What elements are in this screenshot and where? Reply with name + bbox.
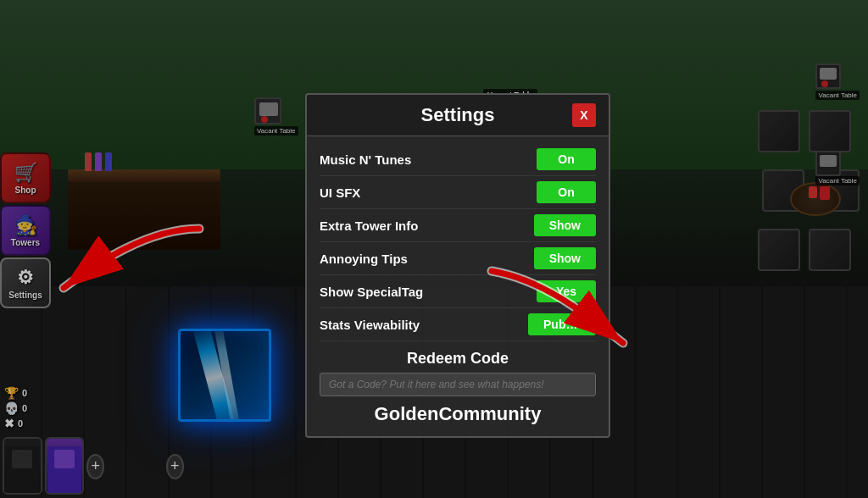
setting-label-tips: Annoying Tips bbox=[320, 252, 408, 266]
setting-label-stats: Stats Viewability bbox=[320, 318, 420, 332]
setting-label-sfx: UI SFX bbox=[320, 185, 360, 200]
modal-header: Settings X bbox=[307, 95, 609, 136]
modal-close-button[interactable]: X bbox=[572, 103, 596, 127]
setting-row-sfx: UI SFX On bbox=[320, 176, 596, 209]
setting-row-music: Music N' Tunes On bbox=[320, 143, 596, 176]
setting-row-tower-info: Extra Tower Info Show bbox=[320, 209, 596, 242]
setting-btn-tower-info[interactable]: Show bbox=[534, 214, 596, 236]
setting-label-music: Music N' Tunes bbox=[320, 152, 411, 167]
setting-btn-stats[interactable]: Publi... bbox=[528, 313, 596, 335]
redeem-section: Redeem Code GoldenCommunity bbox=[320, 341, 596, 429]
setting-row-stats: Stats Viewability Publi... bbox=[320, 308, 596, 341]
setting-label-special-tag: Show SpecialTag bbox=[320, 285, 423, 299]
setting-btn-sfx[interactable]: On bbox=[537, 181, 596, 203]
settings-modal: Settings X Music N' Tunes On UI SFX On E… bbox=[305, 93, 610, 438]
setting-btn-tips[interactable]: Show bbox=[534, 247, 596, 269]
modal-title: Settings bbox=[343, 104, 572, 126]
setting-btn-music[interactable]: On bbox=[537, 148, 596, 170]
setting-row-special-tag: Show SpecialTag Yes bbox=[320, 275, 596, 308]
setting-btn-special-tag[interactable]: Yes bbox=[537, 280, 596, 302]
redeem-title: Redeem Code bbox=[320, 350, 596, 368]
setting-row-tips: Annoying Tips Show bbox=[320, 242, 596, 275]
redeem-input[interactable] bbox=[320, 373, 596, 396]
setting-label-tower-info: Extra Tower Info bbox=[320, 219, 418, 233]
redeem-code-display: GoldenCommunity bbox=[320, 403, 596, 425]
modal-body: Music N' Tunes On UI SFX On Extra Tower … bbox=[307, 136, 609, 436]
